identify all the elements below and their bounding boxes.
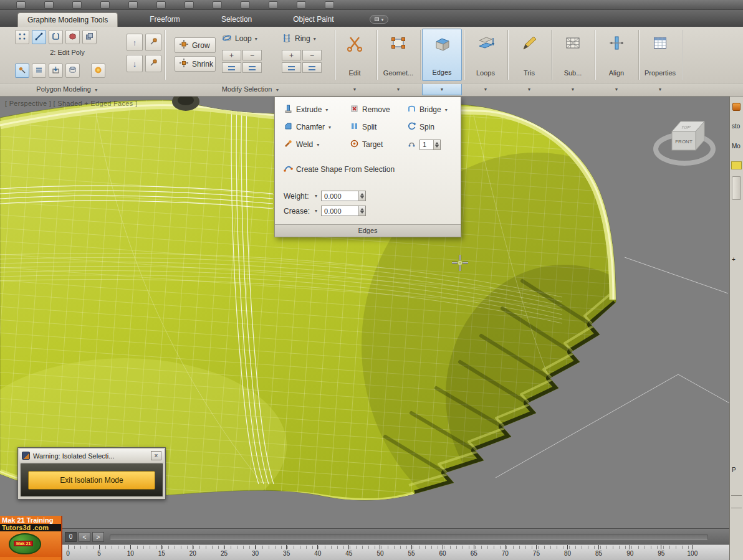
ring-shift-down-button[interactable] (302, 62, 322, 73)
chevron-down-icon[interactable]: ▾ (315, 208, 317, 214)
crease-spinner[interactable] (358, 206, 365, 216)
ribbon-button-align[interactable]: Align (597, 29, 636, 81)
crease-field[interactable]: 0.000 (321, 206, 366, 216)
next-frame-button[interactable]: > (92, 532, 104, 542)
toolbar-icon[interactable] (100, 1, 110, 9)
spin-up-icon[interactable] (360, 208, 364, 211)
spin-down-icon[interactable] (360, 196, 364, 199)
loops-dropdown-arrow[interactable]: ▼ (466, 84, 506, 95)
panel-separator (682, 30, 683, 80)
modifier-stack-highlight[interactable] (731, 161, 742, 169)
spin-up-icon[interactable] (435, 142, 439, 145)
chamfer-button[interactable]: Chamfer ▾ (284, 121, 331, 133)
border-mode-button[interactable] (49, 30, 63, 44)
time-slider-track[interactable] (110, 534, 708, 540)
ring-shift-up-button[interactable] (282, 62, 301, 73)
weight-spinner[interactable] (358, 191, 365, 201)
soft-selection-button[interactable] (91, 64, 105, 78)
edit-dropdown-arrow[interactable]: ▼ (335, 84, 375, 95)
loop-shrink-button[interactable]: − (242, 50, 262, 60)
track-bar[interactable]: 0 < > (0, 528, 729, 544)
toolbar-icon[interactable] (156, 1, 166, 9)
extrude-button[interactable]: Extrude ▾ (284, 103, 328, 116)
collapse-stack-button[interactable] (49, 64, 63, 78)
bridge-button[interactable]: Bridge ▾ (407, 103, 448, 116)
chevron-down-icon[interactable]: ▾ (315, 193, 317, 199)
close-icon[interactable]: × (151, 451, 161, 460)
toolbar-icon[interactable] (185, 1, 194, 9)
weld-button[interactable]: Weld ▾ (284, 138, 319, 151)
geometry-dropdown-arrow[interactable]: ▼ (378, 84, 418, 95)
ring-shrink-button[interactable]: − (302, 50, 322, 60)
viewport-hud-label[interactable]: [ Perspective ] [ Shaded + Edged Faces ] (5, 100, 137, 107)
target-weld-button[interactable]: Target (350, 138, 383, 151)
loop-button[interactable]: Loop ▾ (222, 32, 257, 45)
ribbon-button-edges[interactable]: Edges (422, 29, 462, 81)
ribbon-display-toggle[interactable]: ▾ (370, 15, 389, 24)
toolbar-icon[interactable] (128, 1, 138, 9)
loop-shift-up-button[interactable] (222, 62, 241, 73)
command-panel-icon[interactable] (732, 103, 741, 111)
ribbon-button-geometry[interactable]: Geomet... (378, 29, 418, 81)
show-end-result-button[interactable] (32, 64, 46, 78)
align-dropdown-arrow[interactable]: ▼ (597, 84, 636, 95)
exit-isolation-mode-button[interactable]: Exit Isolation Mode (28, 471, 155, 490)
toolbar-icon[interactable] (44, 1, 54, 9)
tab-graphite-modeling-tools[interactable]: Graphite Modeling Tools (17, 12, 118, 27)
subdivide-dropdown-arrow[interactable]: ▼ (553, 84, 593, 95)
viewcube[interactable]: FRONT TOP (656, 121, 713, 163)
toolbar-icon[interactable] (269, 1, 278, 9)
shrink-button[interactable]: Shrink (175, 56, 216, 72)
select-up-button[interactable]: ↑ (127, 34, 143, 51)
toolbar-icon[interactable] (16, 1, 26, 9)
segments-field[interactable]: 1 (419, 140, 441, 150)
ribbon-button-edit[interactable]: Edit (335, 29, 375, 81)
current-frame-field[interactable]: 0 (65, 532, 77, 542)
ribbon-button-tris[interactable]: Tris (509, 29, 549, 81)
timeline-ruler[interactable]: 0 5 10 15 20 25 30 35 40 45 50 55 60 65 … (0, 544, 729, 560)
tab-freeform[interactable]: Freeform (140, 12, 189, 27)
previous-frame-button[interactable]: < (79, 532, 90, 542)
select-down-button[interactable]: ↓ (127, 55, 143, 72)
create-shape-button[interactable]: Create Shape From Selection (284, 163, 395, 176)
tab-selection[interactable]: Selection (212, 12, 261, 27)
remove-button[interactable]: Remove (350, 103, 390, 116)
weight-field[interactable]: 0.000 (321, 191, 366, 201)
grow-button[interactable]: Grow (175, 37, 216, 53)
loop-grow-button[interactable]: + (222, 50, 241, 60)
split-button[interactable]: Split (350, 121, 376, 133)
toolbar-icon[interactable] (72, 1, 82, 9)
element-mode-button[interactable] (82, 30, 97, 44)
panel-scroll-thumb[interactable] (732, 176, 741, 200)
spin-down-icon[interactable] (360, 211, 364, 214)
spin-button[interactable]: Spin (407, 121, 434, 133)
pin-horizontal-button[interactable] (145, 55, 161, 72)
spin-up-icon[interactable] (360, 193, 364, 196)
toolbar-icon[interactable] (213, 1, 222, 9)
ribbon-button-properties[interactable]: Properties (640, 29, 680, 81)
edges-dropdown-arrow[interactable]: ▼ (422, 84, 462, 95)
toolbar-icon[interactable] (325, 1, 334, 9)
warning-dialog-titlebar[interactable]: Warning: Isolated Selecti... × (19, 449, 164, 462)
loop-shift-down-button[interactable] (242, 62, 262, 73)
edge-mode-button[interactable] (32, 30, 46, 44)
modify-selection-panel-label[interactable]: Modify Selection▼ (166, 85, 335, 93)
preserve-uvs-button[interactable] (65, 64, 80, 78)
ribbon-button-subdivide[interactable]: Sub... (553, 29, 593, 81)
pin-stack-button[interactable] (15, 64, 29, 78)
segments-spinner[interactable] (433, 140, 440, 149)
polygon-mode-button[interactable] (65, 30, 80, 44)
toolbar-icon[interactable] (241, 1, 250, 9)
tab-object-paint[interactable]: Object Paint (284, 12, 343, 27)
ring-button[interactable]: Ring ▾ (282, 32, 316, 45)
edges-panel-title[interactable]: Edges (275, 224, 461, 237)
polygon-modeling-panel-label[interactable]: Polygon Modeling▼ (5, 85, 130, 93)
vertex-mode-button[interactable] (15, 30, 29, 44)
pin-vertical-button[interactable] (145, 34, 161, 51)
tris-dropdown-arrow[interactable]: ▼ (509, 84, 549, 95)
spin-down-icon[interactable] (435, 145, 439, 148)
ribbon-button-loops[interactable]: Loops (466, 29, 506, 81)
properties-dropdown-arrow[interactable]: ▼ (640, 84, 680, 95)
toolbar-icon[interactable] (297, 1, 306, 9)
ring-grow-button[interactable]: + (282, 50, 301, 60)
